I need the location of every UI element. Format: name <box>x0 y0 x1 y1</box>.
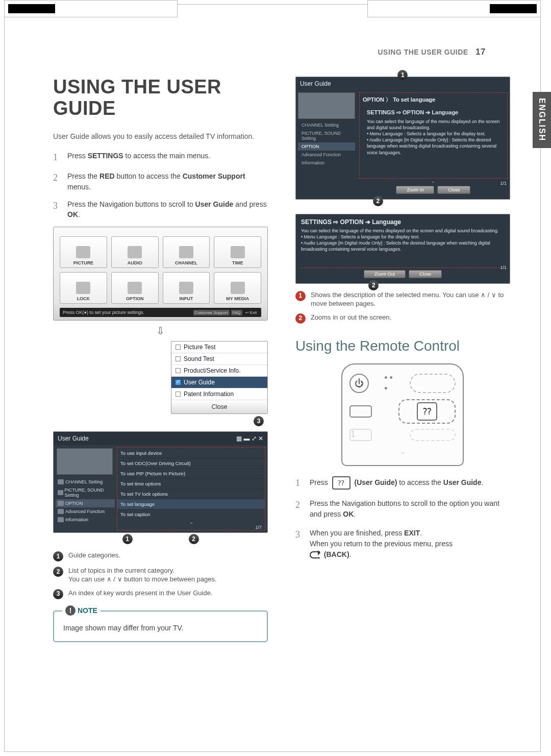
menu-tile-input: INPUT <box>163 272 210 304</box>
topic-row: To set time options <box>117 478 265 489</box>
close-button: Close <box>409 270 442 278</box>
dots-icon: ••• <box>384 373 395 394</box>
side-item-selected: OPTION <box>298 142 355 151</box>
submenu-item: Product/Service Info. <box>171 365 267 377</box>
submenu-item: Patent Information <box>171 388 267 400</box>
callout-1: 1 <box>397 70 408 80</box>
running-header: USING THE USER GUIDE 17 <box>378 47 486 57</box>
user-guide-key-icon: ⁇ <box>417 402 437 421</box>
callout-row-left: 1 2 <box>53 534 268 544</box>
crop-marks <box>0 0 551 17</box>
step-text: Press the Navigation buttons to scroll t… <box>67 199 268 220</box>
note-box: !NOTE Image shown may differ from your T… <box>53 611 268 642</box>
toolbar-icons: ▦ ▬ ⤢ ✕ <box>236 435 263 442</box>
side-item: PICTURE, SOUND Setting <box>298 129 355 142</box>
submenu-close-button: Close <box>171 400 267 413</box>
legend-left: 1Guide categories. 2List of topics in th… <box>53 551 268 599</box>
step-number: 2 <box>295 498 303 520</box>
submenu-item: Picture Test <box>171 342 267 353</box>
detail-lead: SETTINGS ⇨ OPTION ➔ Language <box>301 218 401 226</box>
step-text: Press the RED button to access the Custo… <box>67 171 268 192</box>
topic-row: To set caption <box>117 509 265 519</box>
step-text: When you are finished, press EXIT.When y… <box>310 528 453 560</box>
menu-tile-option: OPTION <box>111 272 159 304</box>
side-item-selected: OPTION <box>56 499 115 507</box>
guide-topic-list: To use input device To set ODC(Over Driv… <box>117 447 265 530</box>
step-number: 2 <box>53 171 60 192</box>
remote-key <box>349 405 372 418</box>
legend-text: Guide categories. <box>68 551 120 562</box>
close-button: Close <box>437 186 470 194</box>
legend-text: Shows the description of the selected me… <box>311 291 510 308</box>
step-text: Press SETTINGS to access the main menus. <box>67 151 210 164</box>
guide-panel-title: User Guide <box>58 435 89 442</box>
topic-row-selected: To set language <box>117 499 265 509</box>
step-text: Press ⁇ (User Guide) to access the User … <box>310 476 483 490</box>
topic-row: To set ODC(Over Driving Circuit) <box>117 458 265 468</box>
detail-screen-1: 1 User Guide CHANNEL Setting PICTURE, SO… <box>295 77 510 200</box>
menu-tile-channel: CHANNEL <box>163 236 210 268</box>
screen-main: OPTION 〉 To set language SETTINGS ⇨ OPTI… <box>357 90 510 199</box>
legend-marker: 2 <box>53 567 63 577</box>
subheading: Using the Remote Control <box>295 338 510 354</box>
language-tab: ENGLISH <box>533 92 551 148</box>
side-item: Information <box>56 516 115 524</box>
preview-thumbnail <box>57 448 113 475</box>
page-number: 17 <box>475 47 486 57</box>
zoom-button: Zoom In <box>396 186 434 194</box>
side-item: Advanced Function <box>56 507 115 516</box>
callout-2: 2 <box>368 280 379 290</box>
side-item: CHANNEL Setting <box>56 478 115 486</box>
remote-steps: 1 Press ⁇ (User Guide) to access the Use… <box>295 476 510 560</box>
side-item: PICTURE, SOUND Setting <box>56 486 115 499</box>
detail-header: OPTION 〉 To set language <box>363 95 504 106</box>
step-number: 1 <box>295 476 303 490</box>
callout-3: 3 <box>254 416 264 426</box>
user-guide-key-icon: ⁇ <box>332 476 350 490</box>
guide-side-categories: CHANNEL Setting PICTURE, SOUND Setting O… <box>54 445 115 532</box>
submenu-item: Sound Test <box>171 353 267 365</box>
side-item: Information <box>298 159 355 167</box>
submenu-item-selected: User Guide <box>171 377 267 388</box>
remote-illustration: ⏻ ••• ⁇ 1 ⌄ <box>341 363 464 466</box>
menu-tile-audio: AUDIO <box>111 236 159 268</box>
page-indicator: 1/7 <box>117 525 265 530</box>
topic-row: To use input device <box>117 448 265 458</box>
step-text: Press the Navigation buttons to scroll t… <box>310 498 510 520</box>
callout-2: 2 <box>189 534 199 544</box>
header-section: USING THE USER GUIDE <box>378 48 468 56</box>
power-icon: ⏻ <box>349 374 369 393</box>
legend-text: Zooms in or out the screen. <box>311 313 391 324</box>
menu-tile-lock: LOCK <box>60 272 107 304</box>
step-number: 1 <box>53 151 60 164</box>
legend-right: 1Shows the description of the selected m… <box>295 291 510 324</box>
page-title: USING THE USER GUIDE <box>53 77 268 119</box>
detail-lead: SETTINGS ⇨ OPTION ➔ Language <box>367 109 500 116</box>
detail-screen-2: SETTINGS ⇨ OPTION ➔ Language You can sel… <box>295 214 510 284</box>
legend-marker: 1 <box>53 551 63 562</box>
down-arrow-icon: ⇩ <box>53 325 268 337</box>
step-number: 3 <box>295 528 303 560</box>
menu-tile-mymedia: MY MEDIA <box>214 272 261 304</box>
back-icon <box>310 551 320 558</box>
user-guide-key-highlight: ⁇ <box>398 399 456 424</box>
side-item: CHANNEL Setting <box>298 121 355 129</box>
legend-text: An index of key words present in the Use… <box>68 589 213 599</box>
note-text: Image shown may differ from your TV. <box>63 624 184 632</box>
topic-row: To use PIP (Picture In Picture) <box>117 468 265 478</box>
legend-marker: 2 <box>295 313 306 324</box>
settings-menu-screenshot: PICTURE AUDIO CHANNEL TIME LOCK OPTION I… <box>53 227 268 321</box>
legend-text: List of topics in the current category.Y… <box>68 567 217 584</box>
note-label: !NOTE <box>62 605 101 616</box>
page-indicator: 1/1 <box>500 181 507 186</box>
topic-row: To set TV lock options <box>117 489 265 499</box>
customer-support-submenu: Picture Test Sound Test Product/Service … <box>171 341 268 414</box>
user-guide-panel-screenshot: User Guide▦ ▬ ⤢ ✕ CHANNEL Setting PICTUR… <box>53 431 268 533</box>
zoom-out-button: Zoom Out <box>364 270 406 278</box>
menu-tile-picture: PICTURE <box>60 236 107 268</box>
step-number: 3 <box>53 199 60 220</box>
legend-marker: 3 <box>53 589 63 599</box>
legend-marker: 1 <box>295 291 306 301</box>
intro-text: User Guide allows you to easily access d… <box>53 132 268 142</box>
callout-1: 1 <box>122 534 133 544</box>
